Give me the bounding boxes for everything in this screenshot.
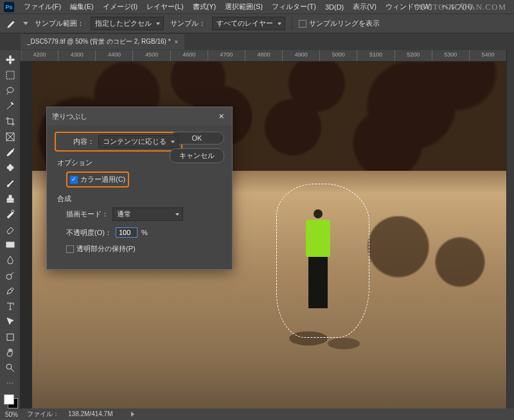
color-adapt-label: カラー適用(C) — [80, 175, 125, 184]
close-icon[interactable]: ✕ — [215, 110, 227, 122]
marquee-tool[interactable] — [3, 68, 18, 82]
content-highlight: 内容： コンテンツに応じる — [55, 132, 182, 152]
options-bar: サンプル範囲： 指定したピクセル サンプル： すべてのレイヤー サンプルリングを… — [0, 14, 514, 33]
image-rocks-right — [352, 216, 506, 293]
cancel-button[interactable]: キャンセル — [170, 148, 224, 163]
content-label: 内容： — [58, 137, 98, 146]
blur-tool[interactable] — [3, 253, 18, 267]
preserve-trans-label: 透明部分の保持(P) — [76, 244, 136, 254]
mode-label: 描画モード： — [66, 209, 112, 219]
hand-tool[interactable] — [3, 346, 18, 360]
sample-range-label: サンプル範囲： — [35, 19, 84, 28]
menu-3d[interactable]: 3D(D) — [321, 3, 348, 11]
document-tab[interactable]: _DSC5779.tif @ 50% (背景 のコピー 2, RGB/16) *… — [21, 34, 184, 49]
heal-tool[interactable] — [3, 161, 18, 175]
app-logo: Ps — [4, 2, 14, 12]
eyedropper-tool[interactable] — [3, 145, 18, 159]
chevron-down-icon[interactable] — [23, 22, 28, 25]
path-select-tool[interactable] — [3, 315, 18, 329]
menu-select[interactable]: 選択範囲(S) — [220, 2, 267, 12]
mode-select[interactable]: 通常 — [112, 207, 183, 221]
svg-point-1 — [7, 87, 13, 92]
percent-label: % — [141, 229, 148, 236]
zoom-level[interactable]: 50% — [5, 411, 18, 418]
more-tools[interactable]: ⋯ — [3, 376, 18, 390]
frame-tool[interactable] — [3, 130, 18, 144]
close-tab-icon[interactable]: × — [175, 39, 179, 46]
dodge-tool[interactable] — [3, 268, 18, 283]
sample-layers-select[interactable]: すべてのレイヤー — [212, 17, 285, 30]
brush-tool[interactable] — [3, 176, 18, 190]
eyedropper-icon — [5, 18, 17, 30]
watermark: PHOTOGRAFAN.COM — [414, 2, 506, 12]
menu-edit[interactable]: 編集(E) — [66, 2, 98, 12]
crop-tool[interactable] — [3, 114, 18, 128]
shape-tool[interactable] — [3, 330, 18, 344]
color-adapt-checkbox[interactable] — [70, 176, 78, 184]
svg-point-10 — [6, 364, 12, 369]
dialog-title: 塗りつぶし — [52, 112, 87, 121]
menu-type[interactable]: 書式(Y) — [188, 2, 221, 12]
filesize-label: ファイル：138.2M/414.7M — [27, 410, 122, 419]
status-bar: 50% ファイル：138.2M/414.7M — [0, 408, 514, 420]
svg-rect-4 — [9, 164, 12, 171]
lasso-tool[interactable] — [3, 83, 18, 98]
svg-rect-5 — [7, 201, 13, 202]
eraser-tool[interactable] — [3, 222, 18, 236]
gradient-tool[interactable] — [3, 238, 18, 252]
menu-file[interactable]: ファイル(F) — [19, 2, 66, 12]
document-tab-bar: _DSC5779.tif @ 50% (背景 のコピー 2, RGB/16) *… — [0, 33, 514, 50]
svg-rect-0 — [6, 71, 14, 79]
dialog-titlebar[interactable]: 塗りつぶし ✕ — [47, 107, 232, 125]
color-adapt-highlight: カラー適用(C) — [66, 171, 129, 188]
type-tool[interactable] — [3, 299, 18, 313]
sample-label: サンプル： — [170, 19, 206, 28]
stamp-tool[interactable] — [3, 191, 18, 206]
color-swatch[interactable] — [4, 394, 17, 407]
fill-dialog: 塗りつぶし ✕ OK キャンセル 内容： コンテンツに応じる オプション カラー… — [46, 107, 233, 270]
samplering-checkbox[interactable]: サンプルリングを表示 — [299, 19, 380, 28]
opacity-label: 不透明度(O)： — [66, 228, 116, 238]
move-tool[interactable] — [3, 53, 18, 67]
menu-image[interactable]: イメージ(I) — [98, 2, 142, 12]
compose-section-label: 合成 — [57, 194, 224, 204]
status-arrow-icon[interactable] — [131, 412, 134, 417]
tool-palette: ⋯ — [0, 50, 21, 408]
selection-marquee — [276, 184, 369, 338]
pen-tool[interactable] — [3, 284, 18, 298]
content-select[interactable]: コンテンツに応じる — [98, 135, 179, 148]
svg-point-8 — [6, 274, 12, 279]
preserve-trans-checkbox[interactable] — [66, 245, 74, 253]
menu-view[interactable]: 表示(V) — [348, 2, 381, 12]
image-shadow2 — [328, 338, 360, 349]
svg-rect-9 — [7, 334, 13, 340]
panel-dock[interactable] — [506, 50, 514, 408]
zoom-tool[interactable] — [3, 361, 18, 375]
opacity-input[interactable] — [116, 227, 137, 238]
ruler-horizontal: 4200430044004500460047004800490050005100… — [21, 50, 506, 62]
menu-bar: Ps ファイル(F) 編集(E) イメージ(I) レイヤー(L) 書式(Y) 選… — [0, 0, 514, 14]
history-brush-tool[interactable] — [3, 207, 18, 221]
wand-tool[interactable] — [3, 99, 18, 113]
menu-layer[interactable]: レイヤー(L) — [142, 2, 188, 12]
menu-filter[interactable]: フィルター(T) — [267, 2, 321, 12]
document-tab-label: _DSC5779.tif @ 50% (背景 のコピー 2, RGB/16) * — [27, 37, 171, 46]
sample-range-select[interactable]: 指定したピクセル — [91, 17, 164, 30]
svg-rect-7 — [6, 242, 14, 247]
